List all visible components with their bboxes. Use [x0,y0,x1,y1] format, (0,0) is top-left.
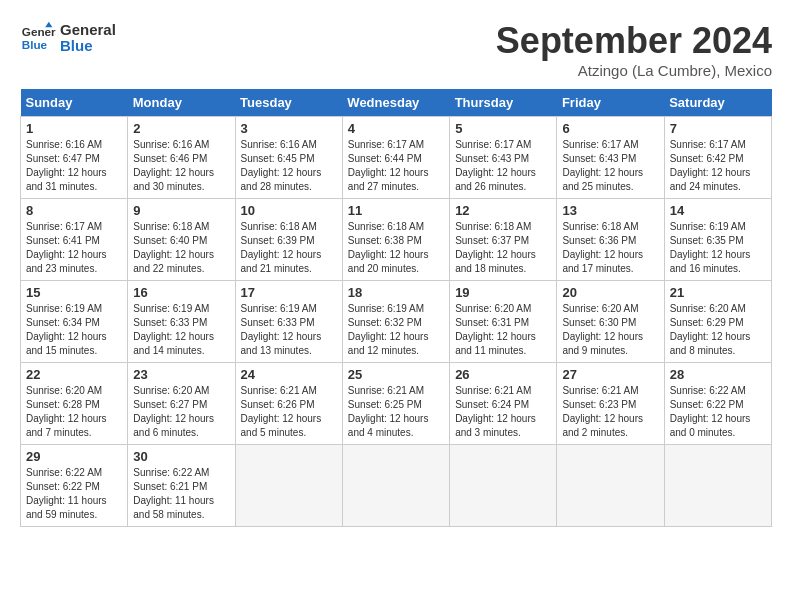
calendar-week-2: 8 Sunrise: 6:17 AM Sunset: 6:41 PM Dayli… [21,199,772,281]
calendar-week-4: 22 Sunrise: 6:20 AM Sunset: 6:28 PM Dayl… [21,363,772,445]
day-number: 13 [562,203,658,218]
calendar-cell: 18 Sunrise: 6:19 AM Sunset: 6:32 PM Dayl… [342,281,449,363]
day-number: 29 [26,449,122,464]
day-number: 23 [133,367,229,382]
day-info: Sunrise: 6:20 AM Sunset: 6:31 PM Dayligh… [455,302,551,358]
day-number: 20 [562,285,658,300]
col-wednesday: Wednesday [342,89,449,117]
calendar-cell [450,445,557,527]
page-header: General Blue General Blue September 2024… [20,20,772,79]
day-number: 6 [562,121,658,136]
day-info: Sunrise: 6:17 AM Sunset: 6:42 PM Dayligh… [670,138,766,194]
day-number: 2 [133,121,229,136]
logo-icon: General Blue [20,20,56,56]
calendar-cell: 16 Sunrise: 6:19 AM Sunset: 6:33 PM Dayl… [128,281,235,363]
day-info: Sunrise: 6:21 AM Sunset: 6:23 PM Dayligh… [562,384,658,440]
calendar-cell: 24 Sunrise: 6:21 AM Sunset: 6:26 PM Dayl… [235,363,342,445]
calendar-cell: 9 Sunrise: 6:18 AM Sunset: 6:40 PM Dayli… [128,199,235,281]
day-info: Sunrise: 6:21 AM Sunset: 6:24 PM Dayligh… [455,384,551,440]
day-number: 10 [241,203,337,218]
day-number: 22 [26,367,122,382]
calendar-week-5: 29 Sunrise: 6:22 AM Sunset: 6:22 PM Dayl… [21,445,772,527]
day-number: 28 [670,367,766,382]
calendar-cell: 26 Sunrise: 6:21 AM Sunset: 6:24 PM Dayl… [450,363,557,445]
calendar-week-1: 1 Sunrise: 6:16 AM Sunset: 6:47 PM Dayli… [21,117,772,199]
day-info: Sunrise: 6:21 AM Sunset: 6:25 PM Dayligh… [348,384,444,440]
day-number: 15 [26,285,122,300]
calendar-cell: 1 Sunrise: 6:16 AM Sunset: 6:47 PM Dayli… [21,117,128,199]
calendar-cell: 10 Sunrise: 6:18 AM Sunset: 6:39 PM Dayl… [235,199,342,281]
calendar-cell: 23 Sunrise: 6:20 AM Sunset: 6:27 PM Dayl… [128,363,235,445]
col-tuesday: Tuesday [235,89,342,117]
day-info: Sunrise: 6:20 AM Sunset: 6:30 PM Dayligh… [562,302,658,358]
calendar-cell: 8 Sunrise: 6:17 AM Sunset: 6:41 PM Dayli… [21,199,128,281]
day-info: Sunrise: 6:21 AM Sunset: 6:26 PM Dayligh… [241,384,337,440]
calendar-cell [557,445,664,527]
calendar-table: Sunday Monday Tuesday Wednesday Thursday… [20,89,772,527]
day-info: Sunrise: 6:18 AM Sunset: 6:39 PM Dayligh… [241,220,337,276]
day-info: Sunrise: 6:16 AM Sunset: 6:46 PM Dayligh… [133,138,229,194]
day-number: 21 [670,285,766,300]
day-info: Sunrise: 6:16 AM Sunset: 6:47 PM Dayligh… [26,138,122,194]
day-info: Sunrise: 6:20 AM Sunset: 6:28 PM Dayligh… [26,384,122,440]
calendar-cell: 6 Sunrise: 6:17 AM Sunset: 6:43 PM Dayli… [557,117,664,199]
calendar-cell: 3 Sunrise: 6:16 AM Sunset: 6:45 PM Dayli… [235,117,342,199]
col-monday: Monday [128,89,235,117]
calendar-cell: 29 Sunrise: 6:22 AM Sunset: 6:22 PM Dayl… [21,445,128,527]
day-number: 17 [241,285,337,300]
calendar-cell: 22 Sunrise: 6:20 AM Sunset: 6:28 PM Dayl… [21,363,128,445]
calendar-cell: 11 Sunrise: 6:18 AM Sunset: 6:38 PM Dayl… [342,199,449,281]
calendar-cell: 15 Sunrise: 6:19 AM Sunset: 6:34 PM Dayl… [21,281,128,363]
calendar-cell [342,445,449,527]
day-info: Sunrise: 6:20 AM Sunset: 6:27 PM Dayligh… [133,384,229,440]
day-number: 9 [133,203,229,218]
day-number: 18 [348,285,444,300]
day-number: 11 [348,203,444,218]
day-number: 14 [670,203,766,218]
calendar-header-row: Sunday Monday Tuesday Wednesday Thursday… [21,89,772,117]
day-number: 16 [133,285,229,300]
col-thursday: Thursday [450,89,557,117]
calendar-cell: 13 Sunrise: 6:18 AM Sunset: 6:36 PM Dayl… [557,199,664,281]
day-number: 27 [562,367,658,382]
day-info: Sunrise: 6:16 AM Sunset: 6:45 PM Dayligh… [241,138,337,194]
day-info: Sunrise: 6:17 AM Sunset: 6:43 PM Dayligh… [562,138,658,194]
col-saturday: Saturday [664,89,771,117]
calendar-cell: 20 Sunrise: 6:20 AM Sunset: 6:30 PM Dayl… [557,281,664,363]
calendar-cell: 21 Sunrise: 6:20 AM Sunset: 6:29 PM Dayl… [664,281,771,363]
day-info: Sunrise: 6:19 AM Sunset: 6:34 PM Dayligh… [26,302,122,358]
logo: General Blue General Blue [20,20,116,56]
day-info: Sunrise: 6:19 AM Sunset: 6:33 PM Dayligh… [133,302,229,358]
day-info: Sunrise: 6:19 AM Sunset: 6:35 PM Dayligh… [670,220,766,276]
svg-text:Blue: Blue [22,38,48,51]
col-sunday: Sunday [21,89,128,117]
day-number: 25 [348,367,444,382]
calendar-cell: 2 Sunrise: 6:16 AM Sunset: 6:46 PM Dayli… [128,117,235,199]
calendar-cell: 19 Sunrise: 6:20 AM Sunset: 6:31 PM Dayl… [450,281,557,363]
day-info: Sunrise: 6:18 AM Sunset: 6:36 PM Dayligh… [562,220,658,276]
day-info: Sunrise: 6:18 AM Sunset: 6:40 PM Dayligh… [133,220,229,276]
calendar-cell [664,445,771,527]
calendar-cell [235,445,342,527]
logo-general: General [60,22,116,39]
day-number: 4 [348,121,444,136]
day-number: 8 [26,203,122,218]
title-block: September 2024 Atzingo (La Cumbre), Mexi… [496,20,772,79]
day-info: Sunrise: 6:18 AM Sunset: 6:38 PM Dayligh… [348,220,444,276]
day-info: Sunrise: 6:17 AM Sunset: 6:44 PM Dayligh… [348,138,444,194]
day-number: 3 [241,121,337,136]
calendar-cell: 5 Sunrise: 6:17 AM Sunset: 6:43 PM Dayli… [450,117,557,199]
calendar-week-3: 15 Sunrise: 6:19 AM Sunset: 6:34 PM Dayl… [21,281,772,363]
day-info: Sunrise: 6:19 AM Sunset: 6:33 PM Dayligh… [241,302,337,358]
location: Atzingo (La Cumbre), Mexico [496,62,772,79]
day-number: 1 [26,121,122,136]
day-number: 24 [241,367,337,382]
day-info: Sunrise: 6:20 AM Sunset: 6:29 PM Dayligh… [670,302,766,358]
calendar-cell: 7 Sunrise: 6:17 AM Sunset: 6:42 PM Dayli… [664,117,771,199]
calendar-cell: 17 Sunrise: 6:19 AM Sunset: 6:33 PM Dayl… [235,281,342,363]
day-info: Sunrise: 6:22 AM Sunset: 6:22 PM Dayligh… [670,384,766,440]
day-number: 30 [133,449,229,464]
day-number: 12 [455,203,551,218]
calendar-cell: 4 Sunrise: 6:17 AM Sunset: 6:44 PM Dayli… [342,117,449,199]
day-number: 5 [455,121,551,136]
